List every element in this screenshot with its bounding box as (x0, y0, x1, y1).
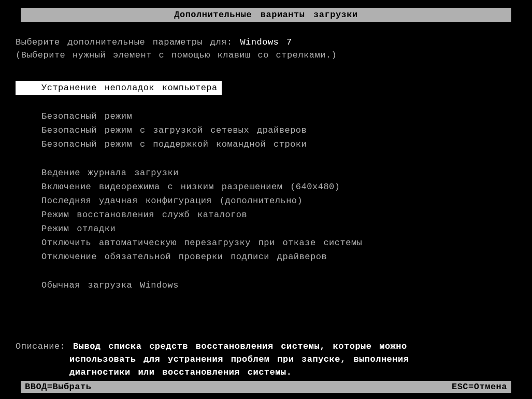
menu-item-safe-mode[interactable]: Безопасный режим (16, 109, 516, 123)
menu-item-disable-driver-sig[interactable]: Отключение обязательной проверки подписи… (16, 250, 516, 264)
menu-item-debug-mode[interactable]: Режим отладки (16, 222, 516, 236)
menu-group-1: Безопасный режим Безопасный режим с загр… (16, 109, 516, 151)
menu-item-last-known-good[interactable]: Последняя удачная конфигурация (дополнит… (16, 194, 516, 208)
prompt-line: Выберите дополнительные параметры для: W… (16, 37, 516, 47)
menu-group-0: Устранение неполадок компьютера (16, 81, 516, 95)
prompt-label: Выберите дополнительные параметры для: (16, 37, 233, 47)
footer-bar: ВВОД=Выбрать ESC=Отмена (21, 381, 511, 393)
boot-options-menu[interactable]: Устранение неполадок компьютера Безопасн… (16, 81, 516, 292)
menu-item-safe-mode-cmd[interactable]: Безопасный режим с поддержкой командной … (16, 137, 516, 151)
header-title-bar: Дополнительные варианты загрузки (21, 8, 511, 22)
menu-item-safe-mode-networking[interactable]: Безопасный режим с загрузкой сетевых дра… (16, 123, 516, 137)
description-line-3: диагностики или восстановления системы. (16, 367, 516, 377)
instruction-line: (Выберите нужный элемент с помощью клави… (16, 50, 516, 60)
menu-item-disable-auto-restart[interactable]: Отключить автоматическую перезагрузку пр… (16, 236, 516, 250)
description-label: Описание: (16, 341, 65, 351)
menu-group-3: Обычная загрузка Windows (16, 278, 516, 292)
os-name: Windows 7 (240, 37, 292, 47)
description-line-2: использовать для устранения проблем при … (16, 354, 516, 364)
description-section: Описание: Вывод списка средств восстанов… (16, 341, 516, 377)
footer-enter-hint: ВВОД=Выбрать (25, 382, 91, 392)
menu-item-boot-logging[interactable]: Ведение журнала загрузки (16, 166, 516, 180)
menu-group-2: Ведение журнала загрузки Включение видео… (16, 166, 516, 264)
footer-esc-hint: ESC=Отмена (452, 382, 507, 392)
main-content: Выберите дополнительные параметры для: W… (0, 22, 532, 292)
description-line-1: Вывод списка средств восстановления сист… (73, 341, 407, 351)
menu-item-normal-boot[interactable]: Обычная загрузка Windows (16, 278, 516, 292)
menu-item-ds-restore[interactable]: Режим восстановления служб каталогов (16, 208, 516, 222)
menu-item-low-res-video[interactable]: Включение видеорежима с низким разрешени… (16, 180, 516, 194)
menu-item-repair[interactable]: Устранение неполадок компьютера (16, 81, 222, 95)
header-title: Дополнительные варианты загрузки (174, 10, 357, 20)
